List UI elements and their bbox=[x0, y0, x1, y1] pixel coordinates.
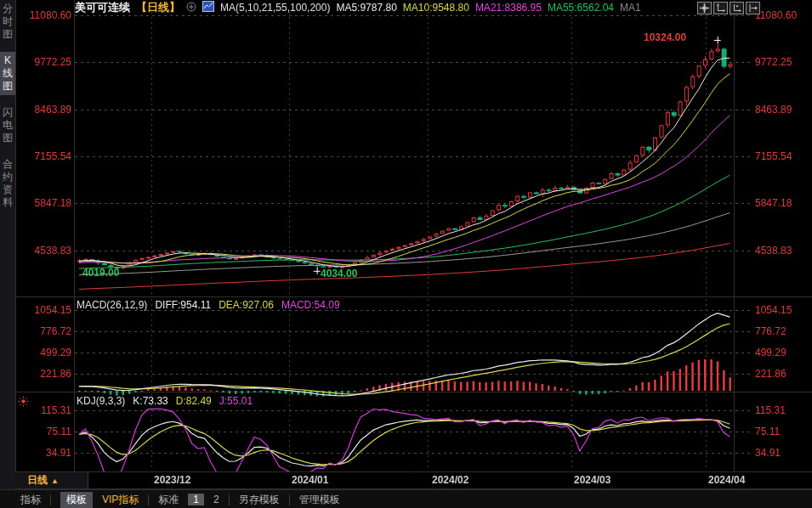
sidebar-item-timeshare[interactable]: 分时图 bbox=[0, 0, 15, 43]
kdj-axis-left-1: 75.11 bbox=[15, 426, 71, 437]
toolbar-slot-2-button[interactable]: 2 bbox=[213, 494, 219, 505]
toolbar-manage-template-button[interactable]: 管理模板 bbox=[299, 493, 340, 507]
macd-macd-readout: MACD:54.09 bbox=[281, 299, 340, 311]
date-label-0: 2023/12 bbox=[154, 474, 190, 486]
sidebar-item-contract-info[interactable]: 合约资料 bbox=[0, 155, 15, 212]
macd-axis-left-2: 499.29 bbox=[15, 347, 71, 358]
main-axis-right-3: 7155.54 bbox=[755, 150, 811, 162]
kdj-name: KDJ(9,3,3) bbox=[77, 395, 125, 407]
date-label-2: 2024/02 bbox=[432, 474, 468, 486]
macd-dea-readout: DEA:927.06 bbox=[219, 299, 274, 311]
ma21-readout: MA21:8386.95 bbox=[475, 2, 542, 14]
macd-axis-right-2: 499.29 bbox=[755, 347, 811, 358]
axis-flag-icon[interactable] bbox=[730, 2, 744, 14]
macd-axis-right-3: 221.86 bbox=[755, 368, 811, 380]
period-label: 日线 bbox=[27, 473, 48, 488]
title-bar: 美可可连续 【日线】 MA(5,10,21,55,100,200) MA5:97… bbox=[75, 1, 641, 14]
macd-name: MACD(26,12,9) bbox=[77, 299, 147, 311]
toolbar-vip-indicator-button[interactable]: VIP指标 bbox=[102, 493, 139, 507]
macd-diff-readout: DIFF:954.11 bbox=[155, 299, 211, 311]
kdj-j-readout: J:55.01 bbox=[219, 395, 253, 407]
kdj-axis-right-1: 75.11 bbox=[755, 426, 811, 437]
macd-axis-right-0: 1054.15 bbox=[755, 304, 811, 316]
ma5-readout: MA5:9787.80 bbox=[336, 2, 396, 14]
axis-scale-icon[interactable] bbox=[713, 2, 728, 14]
main-axis-right-2: 8463.89 bbox=[755, 104, 811, 116]
toolbar-save-template-button[interactable]: 另存模板 bbox=[239, 493, 280, 507]
bottom-toolbar: 指标 模板 VIP指标 标准 1 2 另存模板 管理模板 bbox=[0, 489, 812, 508]
macd-axis-left-1: 776.72 bbox=[15, 325, 71, 337]
macd-axis-left-0: 1054.15 bbox=[15, 304, 71, 316]
kdj-axis-left-2: 34.91 bbox=[15, 447, 71, 459]
chart-tools bbox=[697, 2, 760, 14]
main-axis-right-5: 4538.83 bbox=[755, 245, 811, 257]
main-axis-left-2: 8463.89 bbox=[15, 104, 71, 116]
kdj-axis-right-2: 34.91 bbox=[755, 447, 811, 459]
toolbar-standard-button[interactable]: 标准 bbox=[158, 493, 179, 507]
add-overlay-icon[interactable] bbox=[186, 2, 196, 14]
divider bbox=[229, 494, 230, 505]
main-axis-right-1: 9772.25 bbox=[755, 56, 811, 68]
ma55-readout: MA55:6562.04 bbox=[548, 2, 614, 14]
left-sidebar: 分时图 K线图 闪电图 合约资料 bbox=[0, 0, 15, 489]
sidebar-item-kline[interactable]: K线图 bbox=[0, 52, 15, 95]
main-axis-left-5: 4538.83 bbox=[15, 245, 71, 257]
alert-sun-icon[interactable] bbox=[18, 396, 29, 409]
main-axis-right-4: 5847.18 bbox=[755, 197, 811, 209]
main-axis-left-0: 11080.60 bbox=[15, 9, 71, 21]
date-label-3: 2024/03 bbox=[574, 474, 610, 486]
main-axis-left-3: 7155.54 bbox=[15, 150, 71, 162]
period-tag: 【日线】 bbox=[136, 0, 180, 15]
high-price-annotation: 10324.00 bbox=[644, 31, 686, 43]
ma100-readout-truncated: MA1 bbox=[620, 2, 641, 14]
date-label-4: 2024/04 bbox=[708, 474, 745, 486]
main-axis-left-4: 5847.18 bbox=[15, 197, 71, 209]
macd-axis-left-3: 221.86 bbox=[15, 368, 71, 380]
triangle-up-icon: ▲ bbox=[51, 477, 59, 485]
kline-app: 分时图 K线图 闪电图 合约资料 美可可连续 【日线】 MA(5,10,21,5… bbox=[0, 0, 812, 508]
kdj-axis-right-0: 115.31 bbox=[755, 404, 811, 416]
macd-axis-right-1: 776.72 bbox=[755, 325, 811, 337]
low-price-annotation-b: 4034.00 bbox=[321, 268, 357, 279]
sidebar-item-lightning[interactable]: 闪电图 bbox=[0, 104, 15, 147]
ma-group-label: MA(5,10,21,55,100,200) bbox=[220, 2, 330, 14]
divider bbox=[289, 494, 290, 505]
chart-canvas[interactable] bbox=[0, 0, 812, 489]
macd-header: MACD(26,12,9) DIFF:954.11 DEA:927.06 MAC… bbox=[77, 299, 340, 311]
symbol-name: 美可可连续 bbox=[75, 0, 130, 15]
pan-icon[interactable] bbox=[697, 2, 712, 14]
toolbar-template-button[interactable]: 模板 bbox=[60, 492, 93, 508]
toolbar-slot-1-button[interactable]: 1 bbox=[188, 494, 204, 505]
main-axis-left-1: 9772.25 bbox=[15, 56, 71, 68]
kdj-d-readout: D:82.49 bbox=[176, 395, 212, 407]
kdj-header: KDJ(9,3,3) K:73.33 D:82.49 J:55.01 bbox=[77, 395, 253, 407]
ma10-readout: MA10:9548.80 bbox=[403, 2, 469, 14]
shift-right-icon[interactable] bbox=[746, 2, 760, 14]
divider bbox=[148, 494, 149, 505]
period-selector[interactable]: 日线 ▲ bbox=[15, 472, 88, 488]
divider bbox=[50, 494, 51, 505]
main-axis-right-0: 11080.60 bbox=[755, 9, 811, 21]
toolbar-indicator-button[interactable]: 指标 bbox=[20, 493, 41, 507]
kdj-k-readout: K:73.33 bbox=[133, 395, 168, 407]
date-label-1: 2024/01 bbox=[292, 474, 328, 486]
low-price-annotation-a: 4019.00 bbox=[82, 267, 119, 279]
mini-chart-badge-icon[interactable] bbox=[202, 1, 214, 14]
